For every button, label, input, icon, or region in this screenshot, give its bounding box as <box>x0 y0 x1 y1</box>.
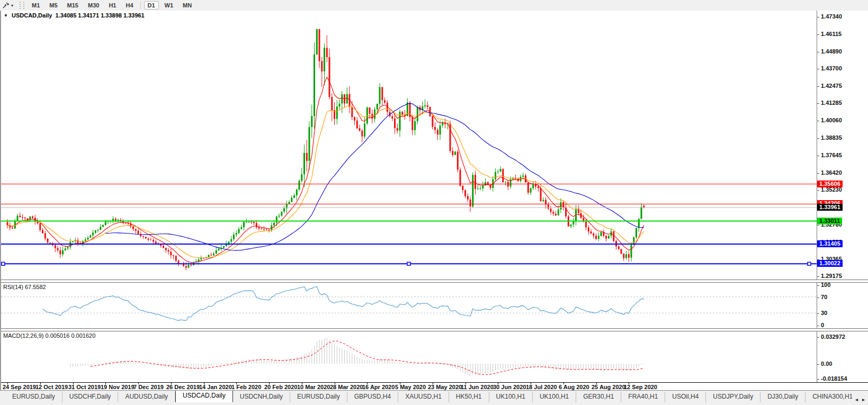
x-axis-label: 20 Feb 2020 <box>264 384 297 390</box>
top-toolbar: ▾ M1M5M15M30H1H4D1W1MN <box>0 0 868 11</box>
tab-scroll-right-icon[interactable]: ▸ <box>862 397 865 402</box>
price-line-badge: 1.33011 <box>817 218 842 224</box>
rsi-axis-tick: 30 <box>817 310 827 316</box>
chart-tabs: EURUSD,DailyUSDCHF,DailyAUDUSD,DailyUSDC… <box>0 391 852 402</box>
timeframe-button-d1[interactable]: D1 <box>144 1 159 10</box>
x-axis-label: 19 Nov 2019 <box>101 384 135 390</box>
rsi-chart-svg <box>1 283 817 328</box>
toolbar-grip-handle[interactable] <box>20 2 24 9</box>
timeframe-button-m30[interactable]: M30 <box>84 1 103 10</box>
tab-uk100-h1[interactable]: UK100,H1 <box>533 392 576 402</box>
price-chart-svg <box>1 11 817 280</box>
chevron-down-icon: ▾ <box>11 3 13 8</box>
rsi-axis-tick: 100 <box>817 282 830 288</box>
timeframe-button-h4[interactable]: H4 <box>122 1 137 10</box>
y-axis-tick: 1.46115 <box>817 31 842 37</box>
macd-axis-tick: 0.00 <box>817 361 832 367</box>
y-axis-tick: 1.40060 <box>817 117 842 123</box>
timeframe-button-m5[interactable]: M5 <box>46 1 61 10</box>
tab-xauusd-h1[interactable]: XAUUSD,H1 <box>398 392 449 402</box>
macd-label: MACD(12,26,9) 0.005016 0.001620 <box>3 332 95 339</box>
rsi-axis-tick: 70 <box>817 294 827 300</box>
toolbar-separator <box>140 2 141 9</box>
macd-axis-tick: 0.032972 <box>817 334 845 340</box>
tab-usdcad-daily[interactable]: USDCAD,Daily <box>175 391 233 402</box>
ma-mid-line <box>7 106 644 258</box>
tab-gbpusd-h4[interactable]: GBPUSD,H4 <box>347 392 398 402</box>
timeframe-button-h1[interactable]: H1 <box>105 1 120 10</box>
x-axis-label: 7 Dec 2019 <box>133 384 164 390</box>
timeframe-button-w1[interactable]: W1 <box>161 1 177 10</box>
macd-panel: MACD(12,26,9) 0.005016 0.001620 0.032972… <box>1 331 868 382</box>
tab-audusd-daily[interactable]: AUDUSD,Daily <box>118 392 175 402</box>
x-axis-label: 25 Aug 2020 <box>592 384 625 390</box>
x-axis-label: 18 Jul 2020 <box>526 384 557 390</box>
symbol-dropdown-icon[interactable]: ▼ <box>4 13 8 18</box>
timeframe-button-m1[interactable]: M1 <box>28 1 43 10</box>
x-axis-label: 31 Oct 2019 <box>68 384 101 390</box>
rsi-panel: RSI(14) 67.5582 10070300 <box>1 283 868 328</box>
current-price-badge: 1.33961 <box>817 204 843 211</box>
chart-ohlc-values: 1.34085 1.34171 1.33898 1.33961 <box>56 12 145 19</box>
price-line-badge: 1.31405 <box>817 240 843 247</box>
x-axis-label: 1 Feb 2020 <box>231 384 261 390</box>
chart-title: USDCAD,Daily <box>12 12 52 19</box>
macd-plot-area[interactable] <box>1 331 817 382</box>
tab-hk50-h1[interactable]: HK50,H1 <box>449 392 489 402</box>
price-line-badge: 1.35606 <box>817 181 843 187</box>
ma-slow-line <box>105 104 644 251</box>
x-axis-label: 6 Aug 2020 <box>559 384 589 390</box>
macd-chart-svg <box>1 331 817 382</box>
tab-usdcnh-daily[interactable]: USDCNH,Daily <box>233 392 290 402</box>
x-axis-label: 12 Sep 2020 <box>624 384 657 390</box>
rsi-label: RSI(14) 67.5582 <box>3 284 46 290</box>
rsi-plot-area[interactable] <box>1 283 817 328</box>
y-axis-tick: 1.37645 <box>817 152 842 158</box>
rsi-scale[interactable]: 10070300 <box>817 283 868 328</box>
macd-signal-line <box>91 341 644 375</box>
tab-china300-h1[interactable]: CHINA300,H1 <box>806 392 852 402</box>
x-axis-label: 30 Jun 2020 <box>493 384 526 390</box>
price-scale[interactable]: 1.473401.461151.448901.437001.424751.412… <box>817 11 868 280</box>
tab-uk100-h1[interactable]: UK100,H1 <box>489 392 533 402</box>
x-axis-label: 26 Dec 2019 <box>166 384 200 390</box>
y-axis-tick: 1.43700 <box>817 65 842 71</box>
rsi-axis-tick: 0 <box>817 322 824 328</box>
macd-axis-tick: -0.018154 <box>817 375 847 382</box>
timeframe-button-mn[interactable]: MN <box>179 1 195 10</box>
x-axis-label: 24 Sep 2019 <box>3 384 36 390</box>
x-axis-label: 11 Jun 2020 <box>461 384 494 390</box>
price-line-badge: 1.30022 <box>817 260 843 267</box>
tab-usdchf-daily[interactable]: USDCHF,Daily <box>62 392 119 402</box>
tab-eurusd-daily[interactable]: EURUSD,Daily <box>5 392 62 402</box>
tab-eurusd-daily[interactable]: EURUSD,Daily <box>290 392 347 402</box>
y-axis-tick: 1.41285 <box>817 100 842 106</box>
x-axis-label: 23 May 2020 <box>428 384 462 390</box>
chart-window: ▼ USDCAD,Daily 1.34085 1.34171 1.33898 1… <box>0 11 868 392</box>
tab-scroll-controls: ◂ ▸ <box>852 397 868 402</box>
tab-dj30-daily[interactable]: DJ30,Daily <box>760 392 806 402</box>
timeframe-button-m15[interactable]: M15 <box>64 1 82 10</box>
price-plot-area[interactable] <box>1 11 817 280</box>
line-drag-handle[interactable] <box>2 262 5 265</box>
macd-scale[interactable]: 0.0329720.00-0.018154 <box>817 331 868 382</box>
tab-fra40-h1[interactable]: FRA40,H1 <box>621 392 665 402</box>
crosshair-icon <box>2 2 10 9</box>
x-axis-label: 14 Jan 2020 <box>199 384 232 390</box>
y-axis-tick: 1.29175 <box>817 273 842 279</box>
tab-usoil-h4[interactable]: USOil,H4 <box>665 392 706 402</box>
tab-usdjpy-daily[interactable]: USDJPY,Daily <box>706 392 760 402</box>
tab-scroll-left-icon[interactable]: ◂ <box>855 397 858 402</box>
status-strip <box>0 402 868 405</box>
line-drag-handle[interactable] <box>407 262 410 265</box>
line-drag-handle[interactable] <box>808 262 811 265</box>
price-panel: ▼ USDCAD,Daily 1.34085 1.34171 1.33898 1… <box>1 11 868 280</box>
crosshair-tool-button[interactable]: ▾ <box>0 1 15 10</box>
x-axis-label: 5 May 2020 <box>395 384 426 390</box>
x-axis-label: 16 Apr 2020 <box>362 384 395 390</box>
tab-ger30-h1[interactable]: GER30,H1 <box>576 392 621 402</box>
y-axis-tick: 1.42475 <box>817 83 842 89</box>
y-axis-tick: 1.36420 <box>817 169 842 176</box>
y-axis-tick: 1.38835 <box>817 134 842 141</box>
chart-title-row: ▼ USDCAD,Daily 1.34085 1.34171 1.33898 1… <box>4 12 145 19</box>
